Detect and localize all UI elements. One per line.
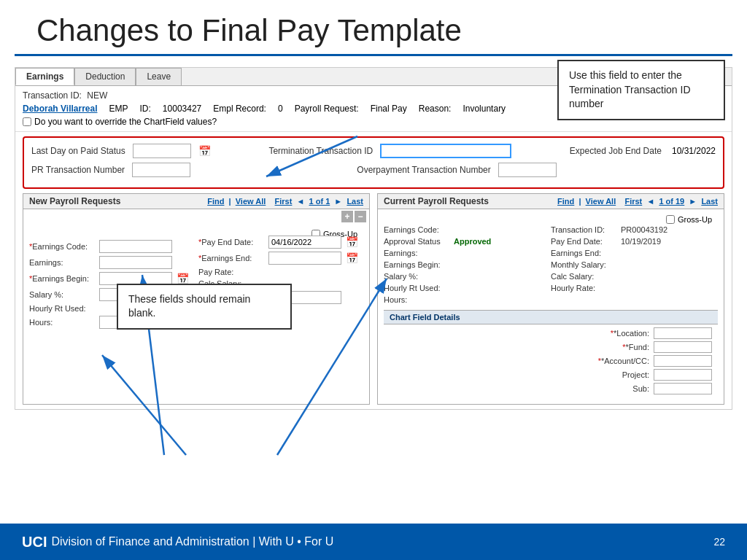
new-earnings-code-label: Earnings Code: <box>29 242 95 251</box>
earnings-end-cal-icon[interactable]: 📅 <box>346 252 358 264</box>
last-link[interactable]: Last <box>347 197 363 206</box>
last-day-input[interactable] <box>133 144 191 158</box>
cf-fund-input[interactable] <box>654 341 712 353</box>
curr-tx-id-row: Transaction ID: PR00043192 <box>551 225 718 234</box>
cf-project-row: Project: <box>390 369 712 381</box>
current-payroll-cols: Earnings Code: Approval Status Approved … <box>384 225 718 307</box>
cf-fund-row: *Fund: <box>390 341 712 353</box>
new-earnings-label: Earnings: <box>29 258 95 267</box>
last-day-label: Last Day on Paid Status <box>31 146 125 156</box>
overpayment-label: Overpayment Transaction Number <box>357 165 490 175</box>
view-all-link[interactable]: View All <box>236 197 266 206</box>
pr-transaction-label: PR Transaction Number <box>31 165 125 175</box>
overpayment-input[interactable] <box>498 163 557 177</box>
find-link[interactable]: Find <box>207 197 224 206</box>
last-day-cal-icon[interactable]: 📅 <box>198 145 211 157</box>
curr-approval-row: Approval Status Approved <box>384 237 551 246</box>
id-label: ID: <box>140 104 151 114</box>
current-payroll-nav: Find | View All First ◄ 1 of 19 ► Last <box>557 197 718 206</box>
curr-first-link[interactable]: First <box>624 197 642 206</box>
remove-row-button[interactable]: − <box>355 211 366 222</box>
cf-account-input[interactable] <box>654 355 712 367</box>
curr-earnings-end-label: Earnings End: <box>551 249 616 257</box>
chart-field-header: Chart Field Details <box>384 311 718 324</box>
current-payroll-header: Current Payroll Requests Find | View All… <box>378 194 724 209</box>
curr-earnings-begin-row: Earnings Begin: <box>384 260 551 269</box>
curr-tx-id-value: PR00043192 <box>621 225 667 234</box>
pay-rate-row: Pay Rate: <box>198 268 365 276</box>
new-earnings-input[interactable] <box>99 256 172 269</box>
pr-transaction-input[interactable] <box>132 163 190 177</box>
page-title: Changes to Final Pay Template <box>15 0 732 56</box>
curr-nav-count: 1 of 19 <box>659 197 684 206</box>
cf-sub-row: Sub: <box>390 383 712 394</box>
callout-top: Use this field to enter the Termination … <box>557 60 725 120</box>
reason-label: Reason: <box>419 104 452 114</box>
curr-monthly-salary-row: Monthly Salary: <box>551 260 718 269</box>
pay-end-date-input[interactable] <box>268 236 341 249</box>
transaction-id-label: Transaction ID: <box>23 90 82 101</box>
curr-view-all-link[interactable]: View All <box>586 197 616 206</box>
new-salary-pct-label: Salary %: <box>29 290 95 299</box>
footer: UCI Division of Finance and Administrati… <box>0 524 747 560</box>
chart-field-section: Chart Field Details *Location: *Fund: <box>384 310 718 400</box>
cf-location-row: *Location: <box>390 327 712 339</box>
cf-sub-input[interactable] <box>654 383 712 394</box>
new-earnings-code-input[interactable] <box>99 240 172 253</box>
curr-hourly-rt-row: Hourly Rt Used: <box>384 284 551 292</box>
cf-project-input[interactable] <box>654 369 712 381</box>
tab-earnings[interactable]: Earnings <box>15 68 74 85</box>
id-value: 10003427 <box>163 104 201 114</box>
add-row-button[interactable]: + <box>341 211 353 222</box>
curr-gross-up-area: Gross-Up <box>384 214 718 225</box>
reason-value: Involuntary <box>462 104 506 114</box>
curr-hours-label: Hours: <box>384 295 449 304</box>
employee-name[interactable]: Deborah Villarreal <box>23 104 98 114</box>
curr-last-link[interactable]: Last <box>701 197 718 206</box>
curr-earnings-code-row: Earnings Code: <box>384 225 551 234</box>
earnings-begin-cal-icon[interactable]: 📅 <box>177 273 189 284</box>
termination-tx-label: Termination Transaction ID <box>268 146 373 156</box>
expected-job-end-value: 10/31/2022 <box>672 146 716 156</box>
earnings-end-row: Earnings End: 📅 <box>198 252 365 265</box>
callout-bottom: These fields should remain blank. <box>117 284 292 330</box>
transaction-id-value: NEW <box>87 90 107 101</box>
chartfield-checkbox[interactable] <box>23 117 31 126</box>
curr-find-link[interactable]: Find <box>557 197 574 206</box>
cf-account-row: *Account/CC: <box>390 355 712 367</box>
payroll-request-label: Payroll Request: <box>295 104 359 114</box>
tab-leave[interactable]: Leave <box>136 68 182 85</box>
termination-tx-input[interactable] <box>380 144 511 158</box>
new-payroll-title: New Payroll Requests <box>29 196 120 206</box>
curr-pay-end-row: Pay End Date: 10/19/2019 <box>551 237 718 246</box>
curr-salary-pct-row: Salary %: <box>384 272 551 281</box>
pay-end-date-row: Pay End Date: 📅 <box>198 236 365 249</box>
chart-field-rows: *Location: *Fund: *Account/CC: <box>384 324 718 400</box>
new-hours-label: Hours: <box>29 318 95 327</box>
cf-fund-label: *Fund: <box>591 343 649 351</box>
cf-project-label: Project: <box>591 370 649 379</box>
pay-end-date-cal-icon[interactable]: 📅 <box>346 236 358 248</box>
current-payroll-body: Gross-Up Earnings Code: Approval Status … <box>378 209 724 404</box>
cf-location-input[interactable] <box>654 327 712 339</box>
curr-gross-up-checkbox[interactable] <box>666 215 675 224</box>
current-payroll-left: Earnings Code: Approval Status Approved … <box>384 225 551 307</box>
curr-earnings-code-label: Earnings Code: <box>384 225 449 234</box>
new-hourly-rt-label: Hourly Rt Used: <box>29 304 95 313</box>
new-payroll-nav: Find | View All First ◄ 1 of 1 ► Last <box>207 197 363 206</box>
first-link[interactable]: First <box>275 197 293 206</box>
footer-page: 22 <box>713 536 725 548</box>
current-payroll-right: Transaction ID: PR00043192 Pay End Date:… <box>551 225 718 307</box>
earnings-end-input[interactable] <box>268 252 341 265</box>
cf-location-label: *Location: <box>591 329 649 338</box>
curr-earnings-label: Earnings: <box>384 249 449 257</box>
pay-rate-label: Pay Rate: <box>198 268 264 276</box>
cf-account-label: *Account/CC: <box>591 357 649 365</box>
curr-approval-label: Approval Status <box>384 237 449 246</box>
new-earnings-begin-label: Earnings Begin: <box>29 274 95 283</box>
curr-salary-pct-label: Salary %: <box>384 272 449 281</box>
payroll-request-value: Final Pay <box>371 104 407 114</box>
curr-earnings-row: Earnings: <box>384 249 551 257</box>
tab-deduction[interactable]: Deduction <box>74 68 136 85</box>
earnings-end-label: Earnings End: <box>198 254 264 262</box>
